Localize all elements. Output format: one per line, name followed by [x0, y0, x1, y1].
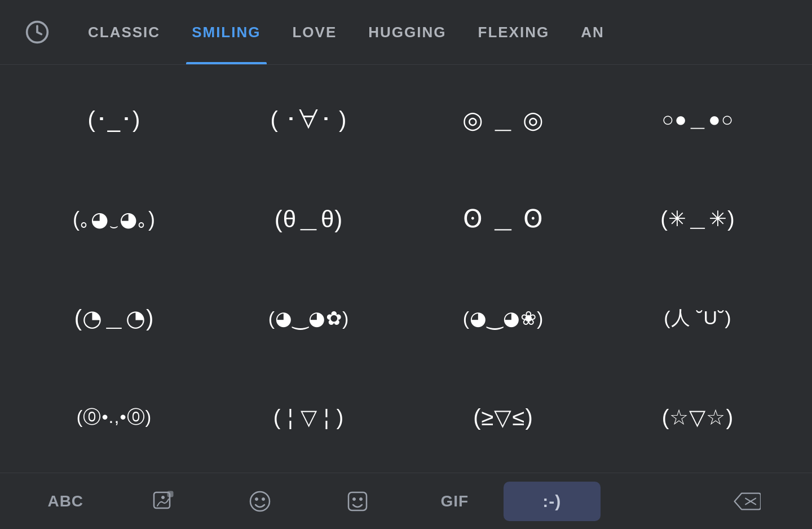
- emoji-grid: (･_･) ( ･∀･ ) ◎ ＿ ◎ ○●＿●○ (｡◕‿◕｡) (θ＿θ) …: [0, 65, 812, 473]
- svg-point-4: [250, 492, 270, 511]
- emoji-cell-8[interactable]: (◔＿◔): [17, 269, 211, 368]
- emoji-text-6: ʘ ＿ ʘ: [463, 202, 544, 236]
- emoji-cell-2[interactable]: ◎ ＿ ◎: [406, 70, 601, 170]
- emoji-cell-6[interactable]: ʘ ＿ ʘ: [406, 170, 601, 269]
- tab-smiling[interactable]: SMILING: [176, 0, 276, 64]
- gif-button[interactable]: GIF: [406, 482, 504, 521]
- emoji-text-15: (☆▽☆): [662, 405, 734, 430]
- emoji-text-14: (≥▽≤): [473, 404, 533, 430]
- emoji-text-13: ( ¦ ▽ ¦ ): [273, 405, 344, 430]
- abc-label: ABC: [47, 492, 83, 510]
- emoji-cell-13[interactable]: ( ¦ ▽ ¦ ): [211, 368, 406, 467]
- emoji-text-4: (｡◕‿◕｡): [73, 208, 156, 231]
- emoji-cell-1[interactable]: ( ･∀･ ): [211, 70, 406, 170]
- emoji-text-7: (✳＿✳): [660, 205, 735, 233]
- svg-point-9: [359, 497, 362, 500]
- emoji-text-0: (･_･): [88, 107, 141, 133]
- emoji-cell-3[interactable]: ○●＿●○: [601, 70, 795, 170]
- tab-flexing[interactable]: FLEXING: [462, 0, 566, 64]
- abc-button[interactable]: ABC: [17, 482, 114, 521]
- delete-icon: [732, 490, 761, 513]
- animoji-icon: [346, 490, 369, 513]
- emoticon-button[interactable]: :-): [504, 482, 601, 521]
- svg-point-5: [255, 497, 258, 500]
- tab-hugging[interactable]: HUGGING: [352, 0, 462, 64]
- emoji-text-9: (◕‿◕✿): [268, 307, 350, 329]
- gif-label: GIF: [440, 492, 469, 510]
- emoji-text-12: (⓪•.,•⓪): [77, 405, 152, 430]
- delete-button[interactable]: [698, 482, 796, 521]
- emoji-cell-9[interactable]: (◕‿◕✿): [211, 269, 406, 368]
- emoji-text-3: ○●＿●○: [662, 106, 734, 134]
- emoticon-label: :-): [542, 492, 561, 511]
- emoji-cell-4[interactable]: (｡◕‿◕｡): [17, 170, 211, 269]
- clock-icon: [20, 15, 54, 49]
- emoji-text-2: ◎ ＿ ◎: [462, 104, 544, 136]
- emoji-cell-10[interactable]: (◕‿◕❀): [406, 269, 601, 368]
- emoji-cell-11[interactable]: (人 ˘U˘): [601, 269, 795, 368]
- spacer: [601, 482, 698, 521]
- emoji-cell-7[interactable]: (✳＿✳): [601, 170, 795, 269]
- emoji-text-10: (◕‿◕❀): [463, 307, 544, 329]
- tab-recent[interactable]: [11, 0, 72, 64]
- emoji-text-11: (人 ˘U˘): [664, 305, 731, 331]
- svg-point-2: [161, 496, 164, 499]
- emoji-cell-12[interactable]: (⓪•.,•⓪): [17, 368, 211, 467]
- svg-point-6: [262, 497, 265, 500]
- tab-classic[interactable]: CLASSIC: [72, 0, 176, 64]
- tab-bar: CLASSIC SMILING LOVE HUGGING FLEXING AN: [0, 0, 812, 65]
- tab-love[interactable]: LOVE: [276, 0, 352, 64]
- bottom-toolbar: ABC GIF :-): [0, 473, 812, 529]
- emoji-cell-14[interactable]: (≥▽≤): [406, 368, 601, 467]
- emoji-icon: [249, 490, 271, 513]
- emoji-text-1: ( ･∀･ ): [271, 107, 347, 133]
- emoji-cell-15[interactable]: (☆▽☆): [601, 368, 795, 467]
- animoji-button[interactable]: [309, 482, 407, 521]
- tab-an[interactable]: AN: [565, 0, 620, 64]
- emoji-text-5: (θ＿θ): [275, 204, 343, 235]
- sticker-button[interactable]: [114, 482, 212, 521]
- emoji-cell-0[interactable]: (･_･): [17, 70, 211, 170]
- emoji-cell-5[interactable]: (θ＿θ): [211, 170, 406, 269]
- svg-rect-3: [167, 491, 173, 497]
- emoji-text-8: (◔＿◔): [74, 303, 155, 334]
- sticker-icon: [152, 490, 174, 513]
- emoji-button[interactable]: [211, 482, 309, 521]
- svg-point-8: [352, 497, 355, 500]
